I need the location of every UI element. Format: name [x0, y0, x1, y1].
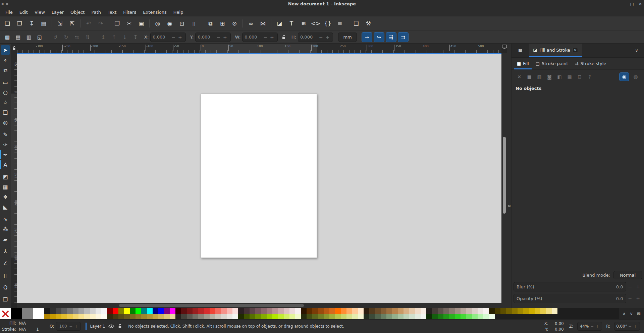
connector-tool[interactable]: ⅄: [1, 246, 10, 256]
palette-swatch[interactable]: [518, 308, 523, 314]
selection-box-button[interactable]: ◱: [34, 32, 45, 42]
palette-swatch[interactable]: [73, 314, 78, 320]
fill-stroke-tab[interactable]: ◪ Fill and Stroke ✕: [529, 44, 582, 57]
palette-swatch[interactable]: [318, 314, 324, 320]
palette-scroll-up-button[interactable]: ∧: [623, 311, 626, 316]
palette-swatch[interactable]: [540, 308, 546, 314]
palette-swatch[interactable]: [375, 314, 381, 320]
document-page[interactable]: [201, 94, 317, 258]
shape-builder-tool[interactable]: ⧉: [1, 65, 10, 75]
palette-swatch[interactable]: [512, 308, 518, 314]
palette-swatch[interactable]: [124, 314, 130, 320]
canvas[interactable]: [17, 53, 501, 303]
palette-swatch[interactable]: [381, 308, 386, 314]
opacity-increment[interactable]: +: [634, 296, 642, 301]
palette-swatch[interactable]: [272, 314, 278, 320]
palette-swatch[interactable]: [141, 314, 147, 320]
palette-swatch[interactable]: [307, 308, 312, 314]
palette-swatch[interactable]: [289, 314, 295, 320]
palette-swatch[interactable]: [210, 308, 215, 314]
zoom-selection-button[interactable]: ◎: [152, 18, 164, 29]
palette-swatch[interactable]: [170, 314, 175, 320]
palette-swatch[interactable]: [392, 314, 398, 320]
palette-swatch[interactable]: [461, 308, 466, 314]
lock-dimensions-icon[interactable]: [281, 35, 286, 40]
palette-swatch[interactable]: [421, 314, 426, 320]
palette-swatch[interactable]: [113, 308, 118, 314]
palette-swatch[interactable]: [301, 314, 307, 320]
palette-swatch[interactable]: [278, 314, 284, 320]
palette-swatch[interactable]: [295, 308, 301, 314]
palette-swatch[interactable]: [181, 308, 187, 314]
scale-rounded-corners-toggle[interactable]: ↪: [374, 32, 384, 42]
text-tool[interactable]: A: [1, 160, 10, 169]
palette-swatch[interactable]: [552, 308, 557, 314]
object-opacity-field[interactable]: 100−+: [56, 322, 81, 331]
palette-swatch[interactable]: [181, 314, 187, 320]
palette-swatch[interactable]: [78, 314, 84, 320]
close-window-button[interactable]: ✕: [639, 2, 642, 6]
blur-increment[interactable]: +: [634, 284, 642, 289]
palette-swatch[interactable]: [78, 308, 84, 314]
palette-scroll-down-button[interactable]: ∨: [630, 311, 633, 316]
star-tool[interactable]: ☆: [1, 98, 10, 107]
gradient-tool[interactable]: ◩: [1, 172, 10, 181]
save-document-button[interactable]: ↧: [25, 18, 38, 29]
pen-tool[interactable]: ✑: [1, 140, 10, 149]
palette-swatch[interactable]: [404, 314, 409, 320]
horizontal-scrollbar[interactable]: [17, 303, 501, 308]
clone-button[interactable]: ⊞: [216, 18, 228, 29]
lower-to-bottom-button[interactable]: ↧: [130, 32, 141, 42]
palette-swatch[interactable]: [67, 314, 73, 320]
palette-swatch[interactable]: [255, 314, 261, 320]
palette-swatch[interactable]: [466, 308, 472, 314]
palette-swatch[interactable]: [198, 308, 204, 314]
calligraphy-tool[interactable]: ✒: [1, 150, 10, 159]
fill-stroke-dialog-button[interactable]: ◪: [273, 18, 285, 29]
palette-swatch[interactable]: [158, 308, 164, 314]
palette-swatch[interactable]: [187, 308, 193, 314]
layer-visibility-icon[interactable]: [108, 324, 114, 328]
palette-swatch[interactable]: [426, 314, 432, 320]
symbols-dialog-button[interactable]: {}: [322, 18, 334, 29]
menu-path[interactable]: Path: [88, 9, 104, 16]
palette-swatch[interactable]: [107, 308, 113, 314]
palette-swatch[interactable]: [478, 314, 483, 320]
pattern-button[interactable]: ◧: [555, 73, 564, 81]
zoom-tool[interactable]: Q: [1, 283, 10, 292]
palette-swatch[interactable]: [215, 308, 221, 314]
palette-swatch[interactable]: [147, 314, 153, 320]
palette-swatch[interactable]: [352, 308, 358, 314]
palette-swatch[interactable]: [130, 308, 136, 314]
palette-swatch[interactable]: [164, 314, 170, 320]
palette-swatch[interactable]: [90, 308, 96, 314]
palette-swatch[interactable]: [506, 308, 512, 314]
export-button[interactable]: ⇱: [66, 18, 78, 29]
unit-selector[interactable]: mm: [338, 33, 357, 42]
palette-swatch[interactable]: [67, 308, 73, 314]
blur-slider[interactable]: Blur (%) 0.0: [514, 282, 626, 291]
y-field[interactable]: 0.000−+: [195, 33, 230, 42]
horizontal-ruler[interactable]: -300-250-200-150-100-5005010015020025030…: [17, 44, 501, 53]
align-distribute-button[interactable]: ≡: [334, 18, 346, 29]
palette-swatch[interactable]: [22, 308, 33, 319]
raise-to-top-button[interactable]: ↥: [98, 32, 109, 42]
palette-swatch[interactable]: [118, 308, 124, 314]
palette-swatch[interactable]: [244, 314, 250, 320]
lower-button[interactable]: ↓: [119, 32, 130, 42]
palette-swatch[interactable]: [61, 308, 67, 314]
palette-swatch[interactable]: [483, 314, 489, 320]
palette-swatch[interactable]: [130, 314, 136, 320]
palette-swatch[interactable]: [312, 314, 318, 320]
layer-lock-icon[interactable]: [118, 324, 122, 329]
palette-swatch[interactable]: [369, 314, 375, 320]
palette-swatch[interactable]: [546, 308, 552, 314]
palette-swatch[interactable]: [523, 308, 529, 314]
unlink-clone-button[interactable]: ⊘: [228, 18, 240, 29]
palette-swatch[interactable]: [341, 314, 346, 320]
palette-swatch[interactable]: [147, 308, 153, 314]
palette-swatch[interactable]: [489, 308, 495, 314]
select-all-button[interactable]: ▩: [2, 32, 13, 42]
palette-swatch[interactable]: [284, 308, 289, 314]
spiral-tool[interactable]: ◎: [1, 118, 10, 127]
